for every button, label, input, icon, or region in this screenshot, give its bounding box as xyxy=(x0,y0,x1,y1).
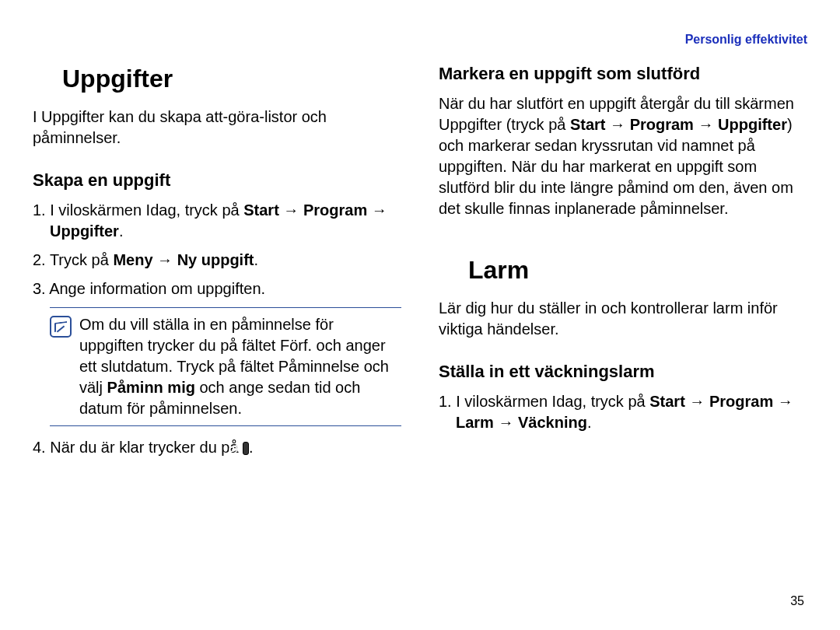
bold: Program xyxy=(630,116,694,133)
left-column: Uppgifter I Uppgifter kan du skapa att-g… xyxy=(33,62,401,466)
title-text: Uppgifter xyxy=(62,65,173,93)
bold: Larm xyxy=(456,414,494,431)
arrow-icon: → xyxy=(685,393,709,410)
step-3: 3. Ange information om uppgiften. xyxy=(33,278,401,299)
text: . xyxy=(254,251,259,268)
right-column: Markera en uppgift som slutförd När du h… xyxy=(439,62,807,466)
bold: Påminn mig xyxy=(107,379,195,396)
title-text: Larm xyxy=(468,256,529,284)
bold: Start xyxy=(649,393,685,410)
mark-complete-paragraph: När du har slutfört en uppgift återgår d… xyxy=(439,93,807,219)
text: 1. I viloskärmen Idag, tryck på xyxy=(33,201,243,219)
arrow-icon: → xyxy=(694,116,718,133)
alarm-steps: 1. I viloskärmen Idag, tryck på Start → … xyxy=(439,391,807,433)
text: . xyxy=(119,222,124,240)
text: 2. Tryck på xyxy=(33,251,113,268)
page-columns: Uppgifter I Uppgifter kan du skapa att-g… xyxy=(33,62,807,466)
intro-paragraph: I Uppgifter kan du skapa att-göra-listor… xyxy=(33,107,401,149)
steps-list-cont: 4. När du är klar trycker du på ok. xyxy=(33,437,401,458)
subheading-set-alarm: Ställa in ett väckningslarm xyxy=(439,360,807,383)
arrow-icon: → xyxy=(279,201,303,219)
header-category-link[interactable]: Personlig effektivitet xyxy=(685,31,807,48)
alarm-step-1: 1. I viloskärmen Idag, tryck på Start → … xyxy=(439,391,807,433)
squares-icon xyxy=(33,67,54,89)
arrow-icon: → xyxy=(153,251,177,268)
section-title-uppgifter: Uppgifter xyxy=(33,62,401,96)
note-text: Om du vill ställa in en påminnelse för u… xyxy=(79,314,398,419)
bold: Meny xyxy=(113,251,152,268)
bold: Ny uppgift xyxy=(177,251,254,268)
page-number: 35 xyxy=(790,593,804,610)
bold: Program xyxy=(709,393,773,410)
arrow-icon: → xyxy=(367,201,387,219)
step-1: 1. I viloskärmen Idag, tryck på Start → … xyxy=(33,200,401,242)
larm-intro: Lär dig hur du ställer in och kontroller… xyxy=(439,298,807,340)
bold: Uppgifter xyxy=(50,222,119,240)
note-icon xyxy=(50,316,72,338)
text: 1. I viloskärmen Idag, tryck på xyxy=(439,393,649,410)
section-title-larm: Larm xyxy=(439,254,807,287)
bold: Program xyxy=(303,201,367,219)
bold: Väckning xyxy=(518,414,587,431)
arrow-icon: → xyxy=(494,414,518,431)
subheading-mark-complete: Markera en uppgift som slutförd xyxy=(439,62,807,86)
step-2: 2. Tryck på Meny → Ny uppgift. xyxy=(33,250,401,271)
subheading-create-task: Skapa en uppgift xyxy=(33,169,401,192)
bold: Start xyxy=(243,201,279,219)
bold: Start xyxy=(570,116,606,133)
text: 4. När du är klar trycker du på xyxy=(33,439,243,456)
squares-icon xyxy=(439,258,460,280)
text: . xyxy=(249,439,254,456)
text: . xyxy=(587,414,592,431)
step-4: 4. När du är klar trycker du på ok. xyxy=(33,437,401,458)
ok-button-icon: ok xyxy=(243,442,249,455)
arrow-icon: → xyxy=(606,116,630,133)
bold: Uppgifter xyxy=(718,116,787,133)
note-callout: Om du vill ställa in en påminnelse för u… xyxy=(50,307,401,426)
arrow-icon: → xyxy=(773,393,793,410)
steps-list: 1. I viloskärmen Idag, tryck på Start → … xyxy=(33,200,401,299)
